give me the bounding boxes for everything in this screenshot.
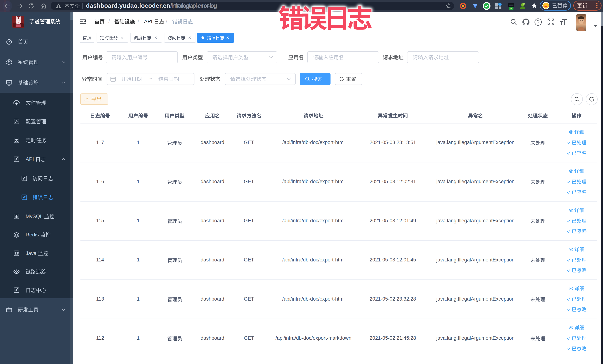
svg-text:on: on: [510, 7, 512, 9]
